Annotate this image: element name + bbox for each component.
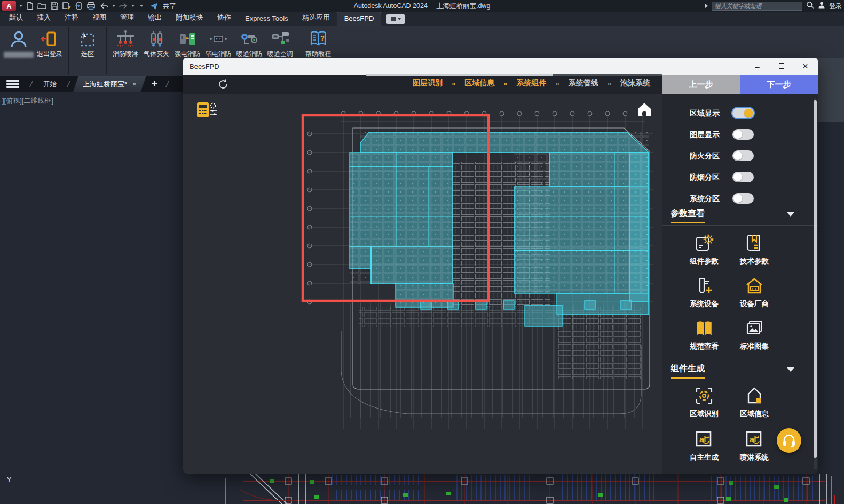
smoke-zone-toggle[interactable] [732, 172, 754, 182]
ribbon-tab-bar: 默认 插入 注释 视图 管理 输出 附加模块 协作 Express Tools … [0, 12, 844, 26]
drawing-tab-active[interactable]: 上海虹桥丽宝* × [73, 76, 146, 92]
user-account-button[interactable] [3, 28, 34, 58]
section-title-generation: 组件生成 [671, 363, 705, 374]
step-system-piping[interactable]: 系统管线 [569, 78, 598, 88]
start-tab[interactable]: 开始 [35, 79, 64, 89]
dialog-titlebar[interactable]: BeesFPD [183, 58, 818, 75]
panel-scrollbar[interactable] [814, 98, 817, 469]
ribbon-tab-beesfpd[interactable]: BeesFPD [337, 12, 382, 26]
logout-button[interactable]: 退出登录 [34, 28, 65, 59]
system-zone-toggle[interactable] [732, 193, 754, 204]
layer-display-toggle[interactable] [732, 129, 754, 140]
gas-extinguishing-button[interactable]: 气体灭火 [141, 28, 172, 59]
sprinkler-icon [115, 30, 136, 48]
auto-generate-button[interactable]: ai 自主生成 [679, 430, 729, 462]
tab-separator: / [165, 79, 169, 89]
weak-electric-fire-button[interactable]: 弱电消防 [203, 28, 234, 59]
ai-generate-icon: ai [695, 430, 714, 449]
technical-params-button[interactable]: 技术参数 [729, 234, 779, 266]
hvac-button[interactable]: 暖通空调 [265, 28, 296, 59]
system-equipment-icon [695, 276, 714, 295]
ribbon-tab-collaborate[interactable]: 协作 [210, 11, 238, 26]
component-params-button[interactable]: 组件参数 [679, 234, 729, 266]
ribbon-tab-insert[interactable]: 插入 [30, 11, 58, 26]
hamburger-menu-icon[interactable] [6, 80, 19, 88]
ribbon-display-toggle[interactable] [386, 14, 405, 24]
code-review-icon [695, 319, 714, 338]
region-info-button[interactable]: 区域信息 [729, 386, 779, 419]
qat-customize-caret-icon[interactable] [140, 5, 143, 7]
viewport-controls-label[interactable]: [-][俯视][二维线框] [0, 96, 53, 106]
app-titlebar: A 共享 Autodesk AutoCAD 2024 上海虹桥丽宝.dwg 登录 [0, 0, 844, 12]
ribbon-tab-addins[interactable]: 附加模块 [169, 11, 210, 26]
refresh-icon[interactable] [217, 78, 229, 92]
search-input[interactable] [712, 2, 802, 11]
close-tab-icon[interactable]: × [132, 80, 137, 88]
save-as-icon[interactable] [62, 2, 72, 10]
account-icon[interactable] [818, 1, 825, 11]
sprinkler-system-button[interactable]: ai 喷淋系统 [729, 430, 779, 462]
save-icon[interactable] [50, 2, 59, 10]
new-tab-button[interactable]: + [152, 78, 158, 90]
maximize-button[interactable] [769, 58, 793, 75]
search-icon[interactable] [806, 1, 814, 11]
share-icon[interactable] [149, 2, 159, 10]
fire-sprinkler-button[interactable]: 消防喷淋 [110, 28, 141, 59]
breadcrumb-scrollbar-thumb[interactable] [366, 74, 553, 76]
svg-text:ai: ai [750, 435, 756, 444]
ribbon-tab-manage[interactable]: 管理 [113, 11, 141, 26]
plan-canvas[interactable] [183, 94, 662, 474]
minimize-button[interactable]: – [745, 58, 769, 75]
support-headset-button[interactable] [777, 428, 801, 453]
next-step-button[interactable]: 下一步 [740, 75, 818, 94]
ucs-axis-line [25, 489, 25, 504]
breadcrumb-scrollbar[interactable] [366, 74, 662, 76]
selection-button[interactable]: 选区 [72, 28, 103, 59]
export-icon[interactable] [75, 2, 83, 10]
ribbon-tab-express-tools[interactable]: Express Tools [238, 12, 295, 26]
system-equipment-button[interactable]: 系统设备 [679, 276, 729, 309]
app-title: Autodesk AutoCAD 2024 [354, 2, 428, 10]
ribbon-tab-default[interactable]: 默认 [2, 11, 30, 26]
floor-plan [183, 94, 662, 474]
standard-atlas-button[interactable]: 标准图集 [729, 319, 779, 351]
hvac-fire-button[interactable]: 暖通消防 [234, 28, 265, 59]
code-review-button[interactable]: 规范查看 [679, 319, 729, 351]
redo-caret-icon[interactable] [131, 5, 135, 7]
equipment-vendor-button[interactable]: 设备厂商 [729, 276, 779, 309]
svg-text:?: ? [320, 34, 325, 42]
ribbon-tab-output[interactable]: 输出 [141, 11, 169, 26]
region-info-icon [745, 386, 764, 405]
fire-zone-toggle[interactable] [732, 150, 754, 161]
open-folder-icon[interactable] [37, 2, 47, 10]
help-tutorial-button[interactable]: ? 帮助教程 [303, 28, 334, 59]
step-region-info[interactable]: 区域信息 [464, 78, 494, 88]
close-button[interactable]: × [793, 58, 817, 75]
region-display-toggle[interactable] [732, 108, 754, 118]
collapse-caret-icon[interactable] [787, 212, 794, 217]
redo-icon[interactable] [119, 2, 128, 10]
autocad-logo-icon[interactable]: A [2, 1, 16, 11]
print-icon[interactable] [86, 2, 96, 10]
previous-step-button[interactable]: 上一步 [662, 75, 740, 94]
undo-caret-icon[interactable] [112, 5, 115, 7]
panel-scrollbar-thumb[interactable] [814, 100, 817, 458]
strong-electric-fire-button[interactable]: 强电消防 [172, 28, 203, 59]
toggle-label-layer-display: 图层显示 [667, 129, 720, 140]
region-recognition-button[interactable]: 区域识别 [679, 386, 729, 419]
search-collapse-icon[interactable] [705, 4, 708, 8]
collapse-caret-icon[interactable] [787, 367, 794, 372]
step-foam-system[interactable]: 泡沫系统 [620, 78, 650, 88]
share-label[interactable]: 共享 [163, 2, 176, 11]
ribbon-tab-featured-apps[interactable]: 精选应用 [295, 11, 337, 26]
toggle-label-fire-zone: 防火分区 [667, 150, 720, 161]
new-file-icon[interactable] [26, 2, 34, 10]
step-layer-recognition[interactable]: 图层识别 [413, 78, 443, 88]
ribbon-tab-annotate[interactable]: 注释 [58, 11, 85, 26]
login-label[interactable]: 登录 [829, 2, 842, 11]
logout-door-icon [41, 30, 59, 48]
app-menu-caret-icon[interactable] [19, 5, 22, 7]
step-system-components[interactable]: 系统组件 [516, 78, 546, 88]
undo-icon[interactable] [99, 2, 109, 10]
ribbon-tab-view[interactable]: 视图 [85, 11, 113, 26]
